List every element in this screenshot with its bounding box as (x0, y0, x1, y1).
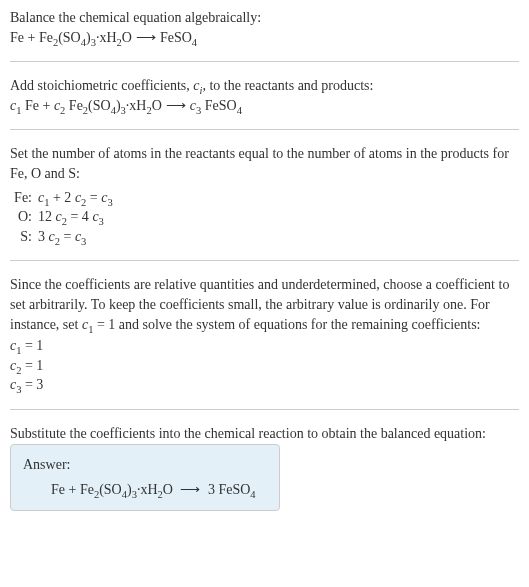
atom-eq-o: 12 c2 = 4 c3 (38, 207, 519, 227)
step3-section: Since the coefficients are relative quan… (10, 275, 519, 395)
ar1: Fe + Fe (51, 482, 94, 497)
val: = 1 (21, 358, 43, 373)
divider (10, 61, 519, 62)
intro-text: Balance the chemical equation algebraica… (10, 8, 519, 28)
divider (10, 409, 519, 410)
ar4: ·xH (137, 482, 158, 497)
reactant-2d: ·xH (96, 30, 117, 45)
answer-label: Answer: (23, 455, 267, 475)
balanced-equation: Fe + Fe2(SO4)3·xH2O ⟶ 3 FeSO4 (23, 480, 267, 500)
step2-text: Set the number of atoms in the reactants… (10, 144, 519, 183)
atom-label-o: O: (10, 207, 38, 227)
atom-balance-table: Fe: c1 + 2 c2 = c3 O: 12 c2 = 4 c3 S: 3 … (10, 188, 519, 247)
as4b: 4 (250, 489, 255, 500)
sub-4b: 4 (192, 36, 197, 47)
plus: + (24, 30, 39, 45)
t: 3 (38, 229, 49, 244)
s: 3 (107, 196, 112, 207)
step3-text-b: = 1 and solve the system of equations fo… (93, 317, 480, 332)
val: = 3 (21, 377, 43, 392)
step1-text: Add stoichiometric coefficients, ci, to … (10, 76, 519, 96)
step4-section: Substitute the coefficients into the che… (10, 424, 519, 511)
reactant-2a: Fe (39, 30, 53, 45)
atom-label-fe: Fe: (10, 188, 38, 208)
s: 3 (99, 216, 104, 227)
t: 12 (38, 209, 56, 224)
t: = 4 (67, 209, 92, 224)
step3-text: Since the coefficients are relative quan… (10, 275, 519, 334)
sub4d: 4 (237, 105, 242, 116)
step2-section: Set the number of atoms in the reactants… (10, 144, 519, 246)
r2b: (SO (88, 98, 111, 113)
coeff-equation: c1 Fe + c2 Fe2(SO4)3·xH2O ⟶ c3 FeSO4 (10, 96, 519, 116)
divider (10, 129, 519, 130)
coeff-solution-list: c1 = 1 c2 = 1 c3 = 3 (10, 336, 519, 395)
list-item: c3 = 3 (10, 375, 519, 395)
product-1a: FeSO (160, 30, 192, 45)
divider (10, 260, 519, 261)
plus2: + (39, 98, 54, 113)
table-row: Fe: c1 + 2 c2 = c3 (10, 188, 519, 208)
t: + 2 (49, 190, 74, 205)
ap1: 3 FeSO (204, 482, 250, 497)
r2d: ·xH (126, 98, 147, 113)
intro-section: Balance the chemical equation algebraica… (10, 8, 519, 47)
step4-text: Substitute the coefficients into the che… (10, 424, 519, 444)
atom-label-s: S: (10, 227, 38, 247)
reactant-1: Fe (10, 30, 24, 45)
step1-text-a: Add stoichiometric coefficients, (10, 78, 193, 93)
s: 3 (81, 236, 86, 247)
atom-eq-fe: c1 + 2 c2 = c3 (38, 188, 519, 208)
table-row: O: 12 c2 = 4 c3 (10, 207, 519, 227)
answer-box: Answer: Fe + Fe2(SO4)3·xH2O ⟶ 3 FeSO4 (10, 444, 280, 511)
unbalanced-equation: Fe + Fe2(SO4)3·xH2O ⟶ FeSO4 (10, 28, 519, 48)
t: = (86, 190, 101, 205)
step1-section: Add stoichiometric coefficients, ci, to … (10, 76, 519, 115)
reactant-2e: O (122, 30, 132, 45)
p1b: FeSO (205, 98, 237, 113)
val: = 1 (21, 338, 43, 353)
arrow-icon: ⟶ (132, 28, 160, 48)
list-item: c1 = 1 (10, 336, 519, 356)
reactant-2b: (SO (58, 30, 81, 45)
list-item: c2 = 1 (10, 356, 519, 376)
ar5: O (163, 482, 177, 497)
reactant-1b: Fe (25, 98, 39, 113)
step1-text-b: , to the reactants and products: (202, 78, 373, 93)
ar2: (SO (99, 482, 122, 497)
arrow3-icon: ⟶ (176, 480, 204, 500)
atom-eq-s: 3 c2 = c3 (38, 227, 519, 247)
arrow2-icon: ⟶ (162, 96, 190, 116)
table-row: S: 3 c2 = c3 (10, 227, 519, 247)
r2e: O (152, 98, 162, 113)
t: = (60, 229, 75, 244)
r2a: Fe (69, 98, 83, 113)
